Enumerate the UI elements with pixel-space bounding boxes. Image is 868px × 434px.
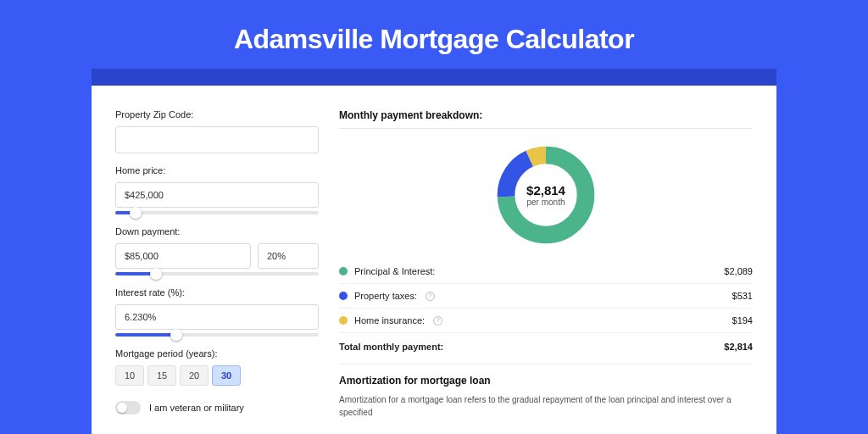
veteran-toggle-label: I am veteran or military — [149, 403, 244, 413]
payment-donut-chart: $2,814 per month — [493, 142, 598, 248]
panel-shadow — [92, 69, 776, 86]
interest-rate-label: Interest rate (%): — [115, 287, 319, 298]
amortization-text: Amortization for a mortgage loan refers … — [339, 393, 753, 419]
interest-rate-slider-fill — [115, 333, 176, 337]
breakdown-row-total: Total monthly payment: $2,814 — [339, 333, 753, 364]
period-option-30[interactable]: 30 — [212, 365, 241, 386]
breakdown-value-total: $2,814 — [724, 342, 753, 352]
amortization-title: Amortization for mortgage loan — [339, 364, 753, 393]
mortgage-period-label: Mortgage period (years): — [115, 348, 319, 359]
breakdown-title: Monthly payment breakdown: — [339, 109, 753, 128]
zip-input[interactable] — [115, 126, 319, 153]
down-payment-slider[interactable] — [115, 272, 319, 275]
breakdown-label-principal: Principal & Interest: — [354, 266, 435, 276]
donut-wrap: $2,814 per month — [339, 132, 753, 259]
dot-icon-taxes — [339, 292, 348, 300]
down-payment-label: Down payment: — [115, 226, 319, 236]
info-icon[interactable]: ? — [433, 316, 442, 326]
home-price-label: Home price: — [115, 165, 319, 175]
donut-center-sub: per month — [526, 198, 565, 207]
down-payment-percent-input[interactable] — [258, 243, 319, 269]
dot-icon-principal — [339, 267, 348, 275]
period-option-10[interactable]: 10 — [115, 365, 144, 386]
breakdown-label-taxes: Property taxes: — [354, 291, 417, 301]
calculator-panel: Property Zip Code: Home price: Down paym… — [92, 86, 776, 434]
breakdown-value-taxes: $531 — [732, 291, 753, 301]
page-title: Adamsville Mortgage Calculator — [0, 24, 868, 55]
down-payment-input[interactable] — [115, 243, 251, 269]
veteran-toggle[interactable] — [115, 401, 141, 415]
home-price-slider-thumb[interactable] — [130, 207, 142, 219]
breakdown-label-total: Total monthly payment: — [339, 342, 443, 352]
hero: Adamsville Mortgage Calculator — [0, 0, 868, 69]
period-option-15[interactable]: 15 — [147, 365, 176, 386]
home-price-input[interactable] — [115, 182, 319, 208]
breakdown-row-taxes: Property taxes: ? $531 — [339, 284, 753, 309]
breakdown-row-insurance: Home insurance: ? $194 — [339, 309, 753, 333]
donut-center: $2,814 per month — [493, 142, 598, 248]
breakdown-row-principal: Principal & Interest: $2,089 — [339, 259, 753, 284]
down-payment-slider-thumb[interactable] — [150, 268, 162, 280]
divider — [339, 128, 753, 129]
period-option-20[interactable]: 20 — [180, 365, 209, 386]
breakdown-column: Monthly payment breakdown: $2,814 per mo… — [339, 109, 753, 434]
donut-center-amount: $2,814 — [526, 183, 565, 198]
mortgage-period-group: 10 15 20 30 — [115, 365, 319, 386]
info-icon[interactable]: ? — [426, 292, 435, 301]
veteran-toggle-row: I am veteran or military — [115, 401, 319, 415]
form-column: Property Zip Code: Home price: Down paym… — [115, 109, 319, 434]
home-price-slider[interactable] — [115, 211, 319, 214]
interest-rate-input[interactable] — [115, 304, 319, 330]
dot-icon-insurance — [339, 316, 348, 325]
breakdown-value-insurance: $194 — [732, 315, 753, 326]
breakdown-value-principal: $2,089 — [724, 266, 753, 276]
interest-rate-slider[interactable] — [115, 333, 319, 337]
interest-rate-slider-thumb[interactable] — [170, 329, 182, 341]
zip-label: Property Zip Code: — [115, 109, 319, 120]
breakdown-label-insurance: Home insurance: — [354, 315, 425, 326]
